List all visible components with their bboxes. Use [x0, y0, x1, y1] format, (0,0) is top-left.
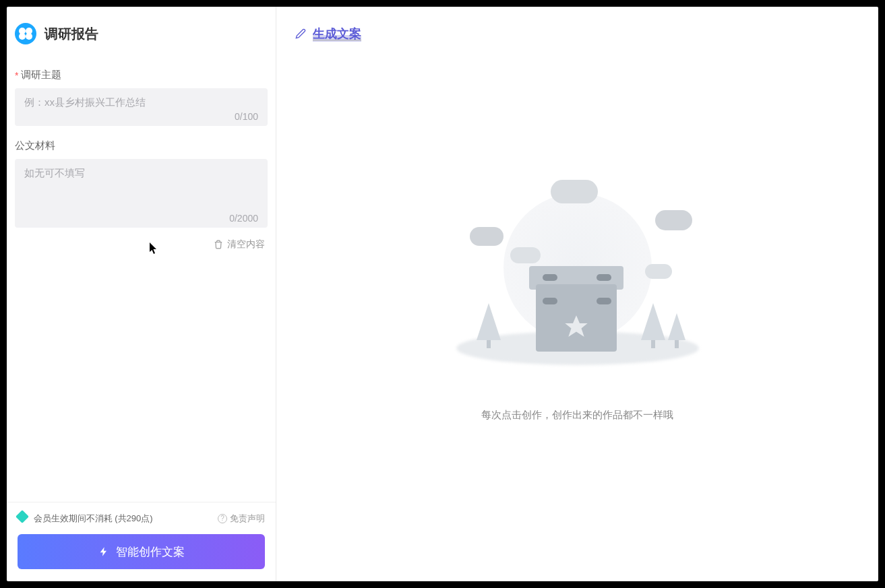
page-title: 调研报告 — [44, 25, 98, 43]
empty-illustration-icon — [450, 166, 706, 382]
right-panel: 生成文案 — [276, 7, 878, 581]
footer: 会员生效期间不消耗 (共290点) ? 免责声明 智能创作文案 — [7, 502, 276, 581]
edit-icon — [295, 28, 306, 39]
form-section: * 调研主题 0/100 公文材料 0/2000 — [7, 55, 276, 502]
required-star-icon: * — [15, 70, 18, 81]
clear-button-wrapper: 清空内容 — [15, 238, 268, 252]
topic-input[interactable] — [24, 96, 258, 108]
empty-state-text: 每次点击创作，创作出来的作品都不一样哦 — [481, 409, 673, 422]
clear-button[interactable]: 清空内容 — [214, 238, 265, 251]
topic-field: * 调研主题 0/100 — [15, 69, 268, 126]
cursor-icon — [150, 242, 158, 255]
material-label: 公文材料 — [15, 139, 268, 152]
footer-info-row: 会员生效期间不消耗 (共290点) ? 免责声明 — [18, 512, 265, 525]
empty-state: 每次点击创作，创作出来的作品都不一样哦 — [276, 47, 878, 581]
right-header: 生成文案 — [276, 7, 878, 47]
material-input-wrapper: 0/2000 — [15, 159, 268, 228]
lightning-icon — [98, 546, 109, 558]
diamond-badge-icon — [16, 510, 29, 523]
topic-input-wrapper: 0/100 — [15, 88, 268, 126]
info-icon: ? — [218, 514, 227, 523]
membership-info: 会员生效期间不消耗 (共290点) — [18, 512, 153, 525]
app-logo-icon — [15, 23, 36, 44]
disclaimer-link[interactable]: ? 免责声明 — [218, 513, 265, 525]
generate-title: 生成文案 — [313, 26, 361, 42]
create-button[interactable]: 智能创作文案 — [18, 534, 265, 569]
header: 调研报告 — [7, 7, 276, 55]
material-char-count: 0/2000 — [24, 213, 258, 224]
left-panel: 调研报告 * 调研主题 0/100 公文材料 0/2000 — [7, 7, 276, 581]
trash-icon — [214, 240, 223, 249]
topic-label: * 调研主题 — [15, 69, 268, 81]
material-input[interactable] — [24, 167, 258, 207]
material-field: 公文材料 0/2000 — [15, 139, 268, 228]
app-container: 调研报告 * 调研主题 0/100 公文材料 0/2000 — [7, 7, 878, 581]
topic-char-count: 0/100 — [24, 111, 258, 122]
